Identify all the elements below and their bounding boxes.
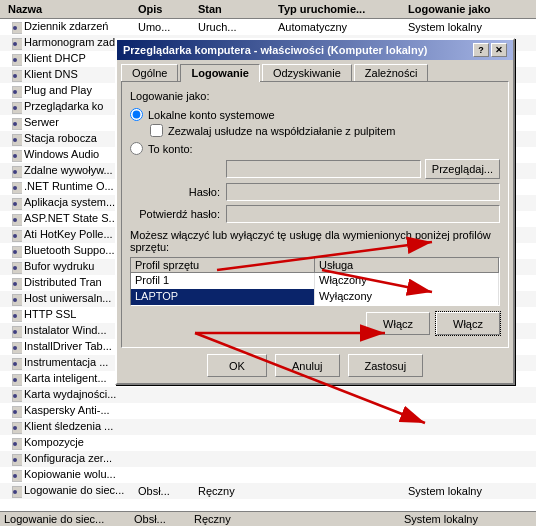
- svg-point-62: [13, 346, 17, 350]
- radio-local-account-row: Lokalne konto systemowe: [130, 108, 500, 121]
- profile-cell-name-1: Profil 1: [131, 273, 315, 289]
- svg-point-2: [13, 26, 17, 30]
- svg-point-56: [13, 314, 17, 318]
- col-typ: Typ uruchomie...: [274, 2, 404, 16]
- svg-point-59: [13, 330, 17, 334]
- anuluj-button[interactable]: Anuluj: [275, 354, 340, 377]
- profile-col1-header: Profil sprzętu: [131, 258, 315, 272]
- svg-point-35: [13, 202, 17, 206]
- svg-point-44: [13, 250, 17, 254]
- svg-point-26: [13, 154, 17, 158]
- svg-point-65: [13, 362, 17, 366]
- help-button[interactable]: ?: [473, 43, 489, 57]
- svg-point-5: [13, 42, 17, 46]
- profile-table: Profil sprzętu Usługa Profil 1 Włączony …: [130, 257, 500, 306]
- logowanie-tab-panel: Logowanie jako: Lokalne konto systemowe …: [121, 81, 509, 348]
- table-row[interactable]: Dziennik zdarzeń Umo... Uruch... Automat…: [0, 19, 536, 35]
- account-field-row: Przeglądaj...: [130, 159, 500, 179]
- svg-point-17: [13, 106, 17, 110]
- titlebar-buttons: ? ✕: [473, 43, 507, 57]
- table-row[interactable]: Kaspersky Anti-...: [0, 403, 536, 419]
- svg-point-77: [13, 426, 17, 430]
- svg-point-41: [13, 234, 17, 238]
- col-logowanie: Logowanie jako: [404, 2, 514, 16]
- profile-col2-header: Usługa: [315, 258, 499, 272]
- svg-point-8: [13, 58, 17, 62]
- browse-button[interactable]: Przeglądaj...: [425, 159, 500, 179]
- svg-point-32: [13, 186, 17, 190]
- ok-button[interactable]: OK: [207, 354, 267, 377]
- profile-action-buttons: Włącz Włącz: [130, 312, 500, 335]
- close-button[interactable]: ✕: [491, 43, 507, 57]
- potwierdz-row: Potwierdź hasło:: [130, 205, 500, 223]
- status-bar-row: Logowanie do siec... Obsł... Ręczny Syst…: [0, 511, 536, 526]
- dialog-title: Przeglądarka komputera - właściwości (Ko…: [123, 44, 427, 56]
- svg-point-29: [13, 170, 17, 174]
- svg-point-86: [13, 474, 17, 478]
- svg-point-50: [13, 282, 17, 286]
- properties-dialog: Przeglądarka komputera - właściwości (Ko…: [115, 38, 515, 385]
- table-row[interactable]: Konfiguracja zer...: [0, 451, 536, 467]
- svg-point-83: [13, 458, 17, 462]
- profile-cell-usluga-2: Wyłączony: [315, 289, 499, 305]
- logowanie-jako-label: Logowanie jako:: [130, 90, 500, 102]
- table-row[interactable]: Klient śledzenia ...: [0, 419, 536, 435]
- svg-point-11: [13, 74, 17, 78]
- account-input[interactable]: [226, 160, 421, 178]
- svg-point-89: [13, 490, 17, 494]
- checkbox-desktop-row: Zezwalaj usłudze na współdziałanie z pul…: [150, 124, 500, 137]
- wlacz-button-1[interactable]: Włącz: [366, 312, 430, 335]
- profile-cell-name-2: LAPTOP: [131, 289, 315, 305]
- svg-point-23: [13, 138, 17, 142]
- checkbox-desktop-label: Zezwalaj usłudze na współdziałanie z pul…: [168, 125, 395, 137]
- svg-point-71: [13, 394, 17, 398]
- tab-bar: Ogólne Logowanie Odzyskiwanie Zależności: [117, 60, 513, 81]
- dialog-titlebar: Przeglądarka komputera - właściwości (Ko…: [117, 40, 513, 60]
- svg-point-74: [13, 410, 17, 414]
- haslo-input[interactable]: [226, 183, 500, 201]
- profile-cell-usluga-1: Włączony: [315, 273, 499, 289]
- table-row[interactable]: Kopiowanie wolu...: [0, 467, 536, 483]
- radio-local-account[interactable]: [130, 108, 143, 121]
- potwierdz-input[interactable]: [226, 205, 500, 223]
- table-row[interactable]: Karta wydajności...: [0, 387, 536, 403]
- radio-this-account[interactable]: [130, 142, 143, 155]
- profile-row-2[interactable]: LAPTOP Wyłączony: [131, 289, 499, 305]
- svg-point-68: [13, 378, 17, 382]
- table-header: Nazwa Opis Stan Typ uruchomie... Logowan…: [0, 0, 536, 19]
- svg-point-80: [13, 442, 17, 446]
- radio-group-account: Lokalne konto systemowe Zezwalaj usłudze…: [130, 108, 500, 155]
- dialog-button-bar: OK Anuluj Zastosuj: [117, 348, 513, 383]
- wlacz-button-2[interactable]: Włącz: [436, 312, 500, 335]
- table-row[interactable]: Logowanie do siec... Obsł... Ręczny Syst…: [0, 483, 536, 499]
- svg-point-47: [13, 266, 17, 270]
- potwierdz-label: Potwierdź hasło:: [130, 208, 220, 220]
- col-nazwa: Nazwa: [4, 2, 134, 16]
- profile-table-header: Profil sprzętu Usługa: [131, 258, 499, 273]
- svg-point-38: [13, 218, 17, 222]
- radio-local-account-label: Lokalne konto systemowe: [148, 109, 275, 121]
- radio-this-account-row: To konto:: [130, 142, 500, 155]
- checkbox-desktop[interactable]: [150, 124, 163, 137]
- svg-point-14: [13, 90, 17, 94]
- profile-row-1[interactable]: Profil 1 Włączony: [131, 273, 499, 289]
- table-row[interactable]: Kompozycje: [0, 435, 536, 451]
- zastosuj-button[interactable]: Zastosuj: [348, 354, 424, 377]
- haslo-row: Hasło:: [130, 183, 500, 201]
- profiles-description: Możesz włączyć lub wyłączyć tę usługę dl…: [130, 229, 500, 253]
- tab-odzyskiwanie[interactable]: Odzyskiwanie: [262, 64, 352, 81]
- svg-point-53: [13, 298, 17, 302]
- col-stan: Stan: [194, 2, 274, 16]
- svg-point-20: [13, 122, 17, 126]
- haslo-label: Hasło:: [130, 186, 220, 198]
- tab-logowanie[interactable]: Logowanie: [180, 64, 259, 82]
- col-opis: Opis: [134, 2, 194, 16]
- tab-ogolne[interactable]: Ogólne: [121, 64, 178, 81]
- radio-this-account-label: To konto:: [148, 143, 193, 155]
- tab-zaleznosci[interactable]: Zależności: [354, 64, 429, 81]
